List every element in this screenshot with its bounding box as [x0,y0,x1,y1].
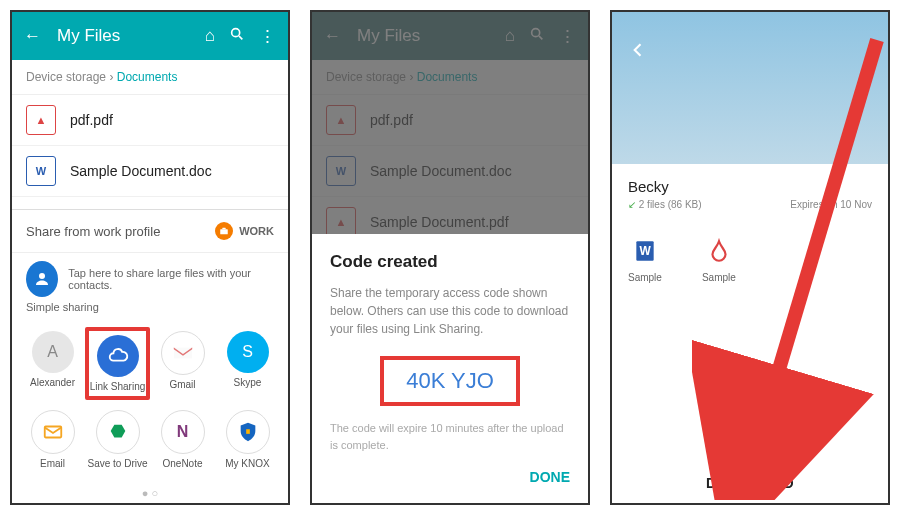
file-name: Sample Document.doc [70,163,212,179]
access-code: 40K YJO [380,356,520,406]
header-image [612,12,888,164]
pdf-icon: ▲ [26,105,56,135]
contact-share-icon [26,261,58,297]
breadcrumb-root: Device storage [26,70,106,84]
app-bar: ← My Files ⌂ ⋮ [12,12,288,60]
pdf-icon [704,236,734,266]
done-button[interactable]: DONE [330,469,570,485]
share-target-link-sharing[interactable]: Link Sharing [85,327,150,400]
mail-icon [31,410,75,454]
contact-icon: A [32,331,74,373]
sender-name: Becky [628,178,872,195]
thumb-pdf[interactable]: Sample [702,236,736,283]
download-button[interactable]: DOWNLOAD [612,475,888,491]
file-thumbnails: W Sample Sample [612,224,888,283]
file-count: ↙ 2 files (86 KB) [628,199,702,210]
sender-card: Becky ↙ 2 files (86 KB) Expires on 10 No… [612,164,888,224]
share-target-knox[interactable]: My KNOX [215,406,280,473]
share-title: Share from work profile [26,224,160,239]
screen-2: ← My Files ⌂ ⋮ Device storage › Document… [310,10,590,505]
modal-desc: Share the temporary access code shown be… [330,284,570,338]
svg-point-0 [232,28,240,36]
share-target-email[interactable]: Email [20,406,85,473]
file-name: pdf.pdf [70,112,113,128]
svg-line-1 [239,36,242,39]
doc-icon: W [630,236,660,266]
more-icon[interactable]: ⋮ [259,26,276,47]
share-sheet: Share from work profile WORK Tap here to… [12,209,288,503]
app-title: My Files [57,26,191,46]
simple-share-tip: Tap here to share large files with your … [68,267,274,291]
breadcrumb-current: Documents [117,70,178,84]
share-target-skype[interactable]: S Skype [215,327,280,400]
svg-rect-2 [220,229,228,234]
onenote-icon: N [161,410,205,454]
share-target-gmail[interactable]: Gmail [150,327,215,400]
search-icon[interactable] [229,26,245,47]
screen-3: Becky ↙ 2 files (86 KB) Expires on 10 No… [610,10,890,505]
share-target-drive[interactable]: Save to Drive [85,406,150,473]
back-icon[interactable] [628,40,648,64]
work-badge: WORK [215,222,274,240]
share-app-grid: A Alexander Link Sharing Gmail S Skype [12,321,288,487]
file-row[interactable]: W Sample Document.doc [12,146,288,197]
svg-point-4 [39,273,45,279]
shield-icon [226,410,270,454]
code-modal: Code created Share the temporary access … [312,234,588,503]
share-target-onenote[interactable]: N OneNote [150,406,215,473]
modal-title: Code created [330,252,570,272]
briefcase-icon [215,222,233,240]
thumb-doc[interactable]: W Sample [628,236,662,283]
breadcrumb-sep: › [109,70,113,84]
simple-share-label: Simple sharing [12,301,288,321]
drive-icon [96,410,140,454]
svg-text:W: W [639,244,651,258]
pager-dots: ● ○ [12,487,288,503]
breadcrumb[interactable]: Device storage › Documents [12,60,288,95]
skype-icon: S [227,331,269,373]
file-row[interactable]: ▲ pdf.pdf [12,95,288,146]
cloud-icon [97,335,139,377]
doc-icon: W [26,156,56,186]
share-target-alexander[interactable]: A Alexander [20,327,85,400]
home-icon[interactable]: ⌂ [205,26,215,46]
share-header: Share from work profile WORK [12,210,288,253]
back-icon[interactable]: ← [24,26,41,46]
simple-sharing-row[interactable]: Tap here to share large files with your … [12,253,288,301]
expiry: Expires on 10 Nov [790,199,872,210]
modal-note: The code will expire 10 minutes after th… [330,420,570,453]
svg-rect-6 [246,429,250,434]
screen-1: ← My Files ⌂ ⋮ Device storage › Document… [10,10,290,505]
gmail-icon [161,331,205,375]
svg-rect-3 [223,228,226,230]
